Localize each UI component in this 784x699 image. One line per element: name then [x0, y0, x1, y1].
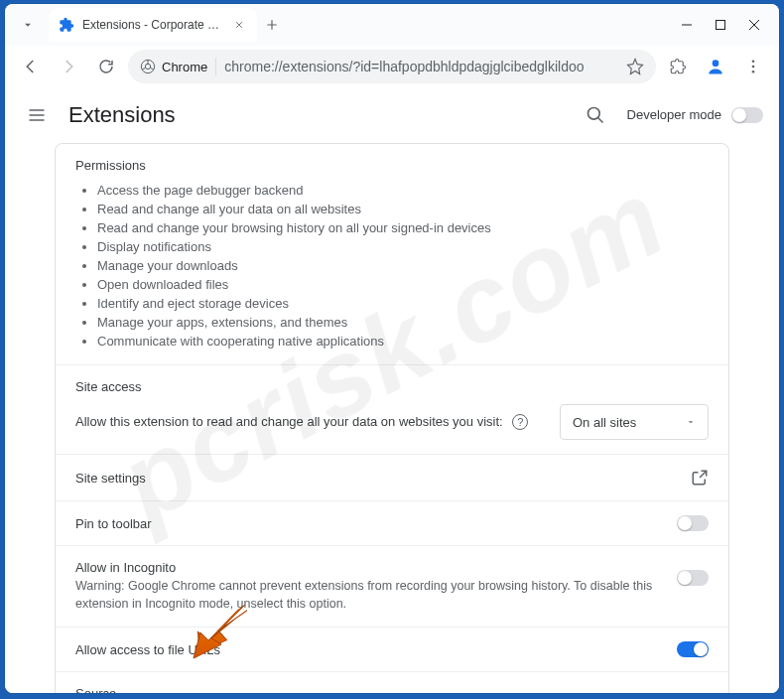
incognito-toggle[interactable] — [677, 570, 709, 586]
extensions-header: Extensions Developer mode — [5, 87, 779, 143]
window-controls — [672, 10, 773, 40]
open-external-icon[interactable] — [691, 469, 709, 487]
site-access-section: Site access Allow this extension to read… — [56, 364, 728, 454]
chrome-chip: Chrome — [140, 59, 207, 74]
permission-item: Display notifications — [97, 237, 709, 256]
pin-toolbar-toggle[interactable] — [677, 515, 709, 531]
menu-button[interactable] — [737, 51, 769, 82]
chevron-down-icon — [686, 417, 696, 427]
site-access-dropdown[interactable]: On all sites — [560, 404, 709, 440]
pin-toolbar-row: Pin to toolbar — [56, 500, 728, 545]
minimize-button[interactable] — [672, 10, 702, 40]
developer-mode-toggle[interactable] — [731, 107, 763, 123]
url-input[interactable] — [224, 59, 618, 74]
permissions-heading: Permissions — [75, 158, 709, 173]
extensions-button[interactable] — [662, 51, 694, 82]
help-icon[interactable]: ? — [512, 414, 528, 430]
separator — [215, 58, 216, 75]
content-area[interactable]: Permissions Access the page debugger bac… — [5, 143, 779, 693]
permission-item: Manage your downloads — [97, 256, 709, 275]
page-title: Extensions — [68, 102, 176, 128]
source-heading: Source — [75, 686, 709, 693]
permissions-section: Permissions Access the page debugger bac… — [56, 144, 728, 364]
permission-item: Read and change your browsing history on… — [97, 218, 709, 237]
tab-close-button[interactable] — [231, 17, 247, 33]
developer-mode-label: Developer mode — [627, 107, 721, 122]
permission-item: Identify and eject storage devices — [97, 294, 709, 313]
site-access-label: Allow this extension to read and change … — [75, 414, 548, 431]
svg-point-5 — [752, 66, 755, 69]
browser-tab[interactable]: Extensions - Corporate Monitor — [49, 8, 257, 42]
file-urls-toggle[interactable] — [677, 641, 709, 657]
pin-toolbar-label: Pin to toolbar — [75, 516, 665, 531]
new-tab-button[interactable] — [257, 10, 287, 40]
search-button[interactable] — [580, 99, 611, 131]
site-settings-row[interactable]: Site settings — [56, 454, 728, 500]
permission-item: Open downloaded files — [97, 275, 709, 294]
browser-toolbar: Chrome — [5, 46, 779, 87]
svg-point-2 — [145, 64, 150, 69]
permission-item: Manage your apps, extensions, and themes — [97, 313, 709, 332]
permissions-list: Access the page debugger backend Read an… — [75, 181, 709, 350]
close-window-button[interactable] — [739, 10, 769, 40]
chrome-label: Chrome — [162, 60, 207, 74]
svg-point-4 — [752, 60, 755, 63]
reload-button[interactable] — [90, 51, 122, 82]
bookmark-icon[interactable] — [626, 58, 644, 75]
svg-rect-0 — [717, 21, 725, 30]
titlebar: Extensions - Corporate Monitor — [5, 4, 779, 46]
tab-search-button[interactable] — [13, 10, 43, 40]
permission-item: Communicate with cooperating native appl… — [97, 332, 709, 350]
incognito-row: Allow in Incognito Warning: Google Chrom… — [56, 545, 728, 627]
back-button[interactable] — [15, 51, 47, 82]
browser-window: Extensions - Corporate Monitor — [5, 4, 779, 693]
svg-point-3 — [713, 60, 719, 67]
address-bar[interactable]: Chrome — [128, 50, 656, 83]
maximize-button[interactable] — [706, 10, 735, 40]
permission-item: Read and change all your data on all web… — [97, 200, 709, 218]
svg-point-7 — [588, 107, 599, 119]
site-access-heading: Site access — [75, 379, 709, 394]
file-urls-label: Allow access to file URLs — [75, 642, 665, 657]
incognito-warning: Warning: Google Chrome cannot prevent ex… — [75, 578, 665, 613]
svg-point-6 — [752, 70, 755, 73]
source-section: Source Unpacked extension Loaded from: C… — [56, 671, 728, 693]
site-settings-label: Site settings — [75, 471, 679, 486]
extension-detail-card: Permissions Access the page debugger bac… — [55, 143, 729, 693]
developer-mode: Developer mode — [627, 107, 763, 123]
profile-button[interactable] — [700, 51, 731, 82]
permission-item: Access the page debugger backend — [97, 181, 709, 200]
extension-icon — [59, 17, 74, 33]
chrome-icon — [140, 59, 156, 74]
forward-button[interactable] — [53, 51, 84, 82]
dropdown-value: On all sites — [573, 415, 636, 430]
tab-title: Extensions - Corporate Monitor — [82, 18, 223, 32]
file-urls-row: Allow access to file URLs — [56, 627, 728, 671]
incognito-label: Allow in Incognito — [75, 560, 665, 575]
main-menu-button[interactable] — [21, 99, 53, 131]
